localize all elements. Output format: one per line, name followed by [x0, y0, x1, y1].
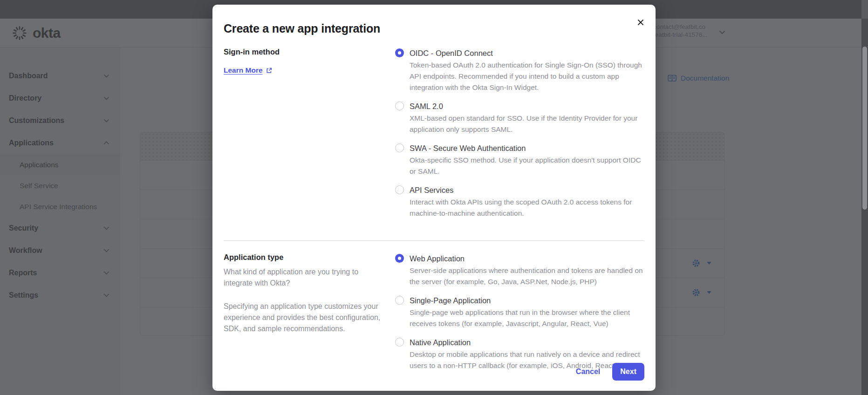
- option-label[interactable]: SAML 2.0: [410, 101, 644, 112]
- option-description: Server-side applications where authentic…: [410, 265, 644, 287]
- cancel-button[interactable]: Cancel: [576, 368, 600, 376]
- apptype-option-spa: Single-Page Application Single-page web …: [395, 295, 644, 329]
- next-button[interactable]: Next: [612, 363, 644, 381]
- create-app-integration-modal: Create a new app integration Sign-in met…: [212, 5, 656, 391]
- radio-single-page-application[interactable]: [395, 296, 404, 305]
- radio-swa[interactable]: [395, 143, 404, 152]
- radio-saml[interactable]: [395, 102, 404, 110]
- option-label[interactable]: OIDC - OpenID Connect: [410, 48, 644, 59]
- signin-method-section: Sign-in method Learn More OIDC - OpenID …: [224, 48, 644, 226]
- option-label[interactable]: SWA - Secure Web Authentication: [410, 143, 644, 154]
- signin-option-api-services: API Services Interact with Okta APIs usi…: [395, 184, 644, 219]
- option-label[interactable]: API Services: [410, 184, 644, 196]
- apptype-option-web: Web Application Server-side applications…: [395, 253, 644, 287]
- signin-option-oidc: OIDC - OpenID Connect Token-based OAuth …: [395, 48, 644, 93]
- scrollbar-thumb[interactable]: [862, 47, 867, 210]
- option-label[interactable]: Web Application: [410, 253, 644, 264]
- learn-more-link[interactable]: Learn More: [224, 66, 382, 75]
- signin-option-swa: SWA - Secure Web Authentication Okta-spe…: [395, 143, 644, 177]
- page-scrollbar[interactable]: [861, 19, 868, 395]
- option-description: Interact with Okta APIs using the scoped…: [410, 197, 644, 219]
- option-description: Token-based OAuth 2.0 authentication for…: [410, 60, 644, 93]
- section-divider: [224, 240, 644, 241]
- option-description: Single-page web applications that run in…: [410, 307, 644, 329]
- application-type-question: What kind of application are you trying …: [224, 266, 382, 289]
- option-description: Okta-specific SSO method. Use if your ap…: [410, 155, 644, 177]
- option-description: XML-based open standard for SSO. Use if …: [410, 113, 644, 135]
- modal-footer: Cancel Next: [576, 363, 644, 381]
- option-label[interactable]: Native Application: [410, 337, 644, 348]
- application-type-note: Specifying an application type customize…: [224, 301, 382, 334]
- application-type-heading: Application type: [224, 253, 382, 262]
- signin-option-saml: SAML 2.0 XML-based open standard for SSO…: [395, 101, 644, 135]
- radio-oidc[interactable]: [395, 48, 404, 57]
- radio-api-services[interactable]: [395, 185, 404, 194]
- radio-native-application[interactable]: [395, 338, 404, 347]
- external-link-icon: [266, 68, 272, 74]
- application-type-section: Application type What kind of applicatio…: [224, 253, 644, 379]
- close-icon: [637, 19, 644, 26]
- radio-web-application[interactable]: [395, 254, 404, 263]
- signin-method-heading: Sign-in method: [224, 48, 382, 56]
- option-label[interactable]: Single-Page Application: [410, 295, 644, 306]
- modal-title: Create a new app integration: [224, 22, 644, 35]
- close-button[interactable]: [633, 15, 648, 30]
